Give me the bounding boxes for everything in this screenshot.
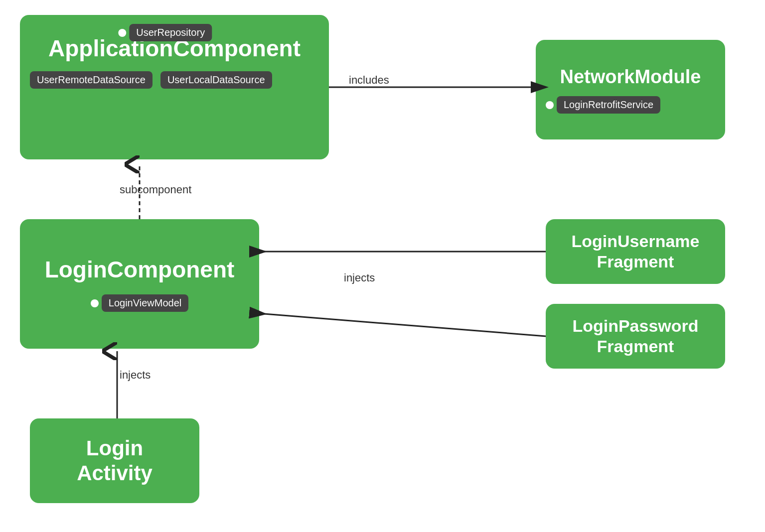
- login-password-fragment-box: LoginPasswordFragment: [546, 304, 725, 369]
- login-password-fragment-title: LoginPasswordFragment: [572, 316, 698, 357]
- login-activity-title: LoginActivity: [77, 436, 153, 486]
- login-viewmodel-dot: [91, 299, 99, 307]
- login-viewmodel-chip: LoginViewModel: [102, 294, 188, 312]
- login-retrofit-dot: [546, 101, 554, 109]
- user-remote-datasource-chip: UserRemoteDataSource: [30, 71, 153, 89]
- user-local-datasource-chip: UserLocalDataSource: [160, 71, 272, 89]
- login-component-title: LoginComponent: [30, 256, 249, 283]
- login-username-fragment-title: LoginUsernameFragment: [572, 231, 700, 272]
- includes-label: includes: [349, 74, 389, 87]
- injects-label-1: injects: [344, 271, 375, 284]
- injects-arrow-password: [264, 314, 546, 336]
- diagram-container: UserRepository ApplicationComponent User…: [0, 0, 765, 532]
- login-component-box: LoginComponent LoginViewModel: [20, 219, 259, 349]
- user-repository-dot: [118, 29, 126, 37]
- login-activity-box: LoginActivity: [30, 418, 199, 503]
- network-module-box: NetworkModule LoginRetrofitService: [536, 40, 725, 139]
- user-repository-chip: UserRepository: [129, 24, 212, 41]
- subcomponent-label: subcomponent: [120, 183, 191, 196]
- login-retrofit-chip: LoginRetrofitService: [557, 96, 660, 114]
- network-module-title: NetworkModule: [560, 66, 701, 89]
- login-username-fragment-box: LoginUsernameFragment: [546, 219, 725, 284]
- application-component-box: UserRepository ApplicationComponent User…: [20, 15, 329, 159]
- injects-label-2: injects: [120, 369, 151, 382]
